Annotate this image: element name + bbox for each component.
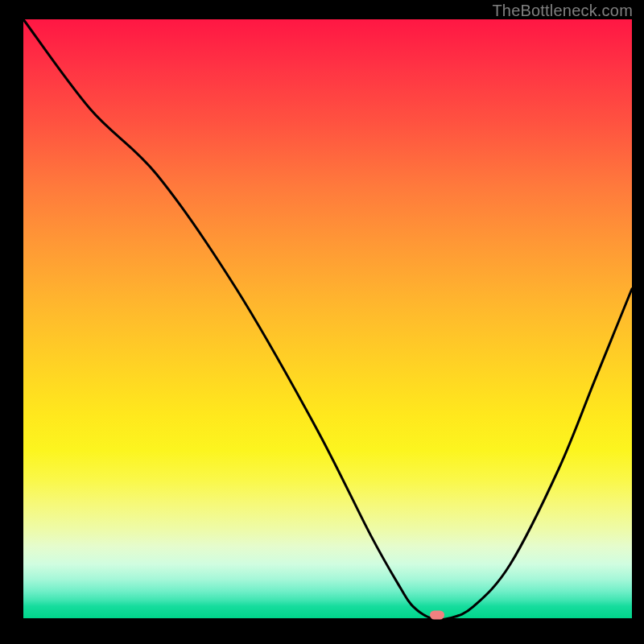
curve-svg bbox=[23, 19, 632, 618]
optimum-marker bbox=[430, 611, 444, 620]
bottleneck-chart: TheBottleneck.com bbox=[0, 0, 644, 644]
watermark-text: TheBottleneck.com bbox=[492, 2, 633, 20]
bottleneck-curve-path bbox=[23, 19, 632, 620]
plot-area bbox=[23, 19, 632, 618]
